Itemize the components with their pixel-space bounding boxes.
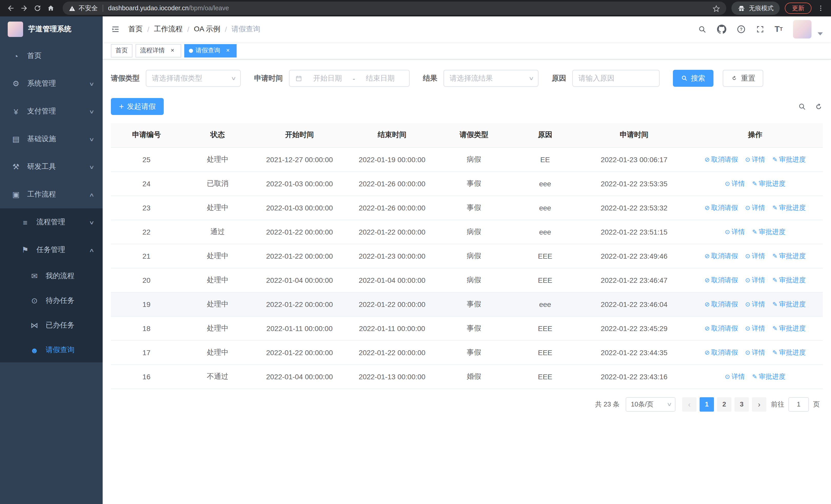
- detail-action-link[interactable]: ⊙详情: [745, 275, 765, 285]
- next-page-button[interactable]: ›: [752, 397, 766, 411]
- breadcrumb-item-1[interactable]: 工作流程: [154, 25, 183, 34]
- bookmark-star-icon[interactable]: [712, 4, 720, 12]
- tab-leave-query[interactable]: 请假查询×: [184, 44, 237, 57]
- security-label[interactable]: 不安全: [79, 4, 98, 12]
- cancel-action-link[interactable]: ⊘取消请假: [705, 155, 738, 164]
- detail-action-link[interactable]: ⊙详情: [745, 299, 765, 309]
- sidebar-toggle-icon[interactable]: [111, 25, 120, 34]
- reset-button[interactable]: 重置: [723, 70, 764, 87]
- page-button-2[interactable]: 2: [717, 397, 732, 411]
- sidebar-item-task-mgmt[interactable]: ⚑任务管理∧: [0, 236, 103, 264]
- detail-action-link[interactable]: ⊙详情: [745, 324, 765, 333]
- browser-menu-icon[interactable]: [814, 4, 827, 12]
- cancel-action-link[interactable]: ⊘取消请假: [705, 324, 738, 333]
- detail-action-link[interactable]: ⊙详情: [745, 251, 765, 261]
- sidebar-item-home[interactable]: ◔首页: [0, 42, 103, 70]
- cell-status: 通过: [182, 220, 253, 244]
- progress-action-link[interactable]: ✎审批进度: [772, 203, 806, 212]
- create-leave-button[interactable]: + 发起请假: [111, 98, 164, 115]
- main-area: 首页/工作流程/OA 示例/请假查询 ? TT: [103, 17, 831, 504]
- tab-home[interactable]: 首页: [111, 44, 133, 57]
- close-icon[interactable]: ×: [168, 47, 177, 55]
- cell-id: 17: [111, 340, 182, 364]
- progress-action-link[interactable]: ✎审批进度: [772, 275, 806, 285]
- breadcrumb-item-2[interactable]: OA 示例: [194, 25, 221, 34]
- cancel-action-link[interactable]: ⊘取消请假: [705, 348, 738, 357]
- search-icon[interactable]: [698, 25, 707, 34]
- progress-action-link[interactable]: ✎审批进度: [772, 299, 806, 309]
- detail-action-link[interactable]: ⊙详情: [725, 227, 745, 236]
- result-select[interactable]: 请选择流结果 ∨: [443, 70, 539, 87]
- close-icon[interactable]: ×: [224, 47, 232, 55]
- cancel-action-link[interactable]: ⊘取消请假: [705, 275, 738, 285]
- font-size-icon[interactable]: TT: [775, 25, 783, 33]
- sidebar-item-workflow[interactable]: ▣工作流程∧: [0, 181, 103, 208]
- filter-result: 结果 请选择流结果 ∨: [423, 70, 539, 87]
- sidebar-item-payment[interactable]: ¥支付管理∨: [0, 97, 103, 125]
- sidebar-item-todo-tasks[interactable]: ⊙待办任务: [0, 289, 103, 313]
- goto-page-input[interactable]: 1: [789, 397, 809, 411]
- fullscreen-icon[interactable]: [756, 25, 764, 33]
- address-bar[interactable]: 不安全 dashboard.yudao.iocoder.cn /bpm/oa/l…: [63, 2, 726, 15]
- detail-action-link[interactable]: ⊙详情: [745, 155, 765, 164]
- github-icon[interactable]: [717, 25, 726, 34]
- progress-action-link[interactable]: ✎审批进度: [772, 251, 806, 261]
- page-size-select[interactable]: 10条/页 ∨: [626, 397, 676, 411]
- progress-action-link[interactable]: ✎审批进度: [772, 324, 806, 333]
- apply-time-range-picker[interactable]: 开始日期 - 结束日期: [289, 70, 409, 87]
- sidebar-item-leave-query[interactable]: ☻请假查询: [0, 338, 103, 362]
- progress-action-link[interactable]: ✎审批进度: [772, 155, 806, 164]
- browser-refresh-button[interactable]: [31, 2, 44, 15]
- update-button[interactable]: 更新: [785, 3, 811, 14]
- cell-start-time: 2022-01-22 00:00:00: [253, 220, 346, 244]
- sidebar-item-infrastructure[interactable]: ▤基础设施∨: [0, 125, 103, 153]
- search-button[interactable]: 搜索: [673, 70, 713, 87]
- cancel-action-link[interactable]: ⊘取消请假: [705, 299, 738, 309]
- tab-process-detail[interactable]: 流程详情×: [136, 44, 181, 57]
- browser-forward-button[interactable]: [18, 2, 31, 15]
- progress-icon: ✎: [752, 373, 757, 380]
- cell-reason: EE: [510, 147, 580, 171]
- leave-type-select[interactable]: 请选择请假类型 ∨: [146, 70, 241, 87]
- detail-action-link[interactable]: ⊙详情: [725, 179, 745, 188]
- cancel-icon: ⊘: [705, 349, 710, 356]
- incognito-icon: [738, 4, 745, 12]
- column-header-end-time: 结束时间: [346, 123, 438, 147]
- cancel-action-link[interactable]: ⊘取消请假: [705, 251, 738, 261]
- cell-status: 处理中: [182, 147, 253, 171]
- cell-leave-type: 事假: [438, 171, 510, 196]
- refresh-icon[interactable]: [814, 102, 823, 111]
- detail-action-label: 详情: [752, 299, 765, 309]
- help-icon[interactable]: ?: [737, 25, 746, 34]
- progress-action-link[interactable]: ✎审批进度: [752, 227, 785, 236]
- prev-page-button[interactable]: ‹: [682, 397, 696, 411]
- sidebar-item-devtools[interactable]: ⚒研发工具∨: [0, 153, 103, 181]
- progress-action-link[interactable]: ✎审批进度: [772, 348, 806, 357]
- breadcrumb-item-0[interactable]: 首页: [128, 25, 143, 34]
- sidebar-item-system[interactable]: ⚙系统管理∨: [0, 70, 103, 97]
- page-button-1[interactable]: 1: [699, 397, 714, 411]
- detail-action-label: 详情: [752, 155, 765, 164]
- progress-action-link[interactable]: ✎审批进度: [752, 372, 785, 381]
- user-avatar[interactable]: [793, 20, 811, 38]
- cancel-action-link[interactable]: ⊘取消请假: [705, 203, 738, 212]
- cell-apply-time: 2022-01-22 23:46:04: [581, 292, 688, 316]
- sidebar-item-done-tasks[interactable]: ⋈已办任务: [0, 313, 103, 338]
- detail-action-link[interactable]: ⊙详情: [745, 203, 765, 212]
- toggle-search-icon[interactable]: [798, 102, 806, 111]
- sidebar-item-my-process[interactable]: ✉我的流程: [0, 264, 103, 289]
- app-logo[interactable]: 芋道管理系统: [0, 17, 103, 42]
- progress-action-link[interactable]: ✎审批进度: [752, 179, 785, 188]
- sidebar-item-process-mgmt[interactable]: ≡流程管理∨: [0, 208, 103, 236]
- browser-home-button[interactable]: [44, 2, 57, 15]
- detail-action-link[interactable]: ⊙详情: [725, 372, 745, 381]
- filter-leave-type: 请假类型 请选择请假类型 ∨: [111, 70, 241, 87]
- detail-action-link[interactable]: ⊙详情: [745, 348, 765, 357]
- browser-back-button[interactable]: [4, 2, 18, 15]
- caret-down-icon[interactable]: [818, 32, 823, 35]
- table-row: 16不通过2022-01-04 00:00:002022-01-13 00:00…: [111, 364, 823, 388]
- page-button-3[interactable]: 3: [735, 397, 749, 411]
- app-frame: 芋道管理系统 ◔首页⚙系统管理∨¥支付管理∨▤基础设施∨⚒研发工具∨▣工作流程∧…: [0, 17, 831, 504]
- cancel-icon: ⊘: [705, 325, 710, 332]
- reason-input[interactable]: 请输入原因: [572, 70, 660, 87]
